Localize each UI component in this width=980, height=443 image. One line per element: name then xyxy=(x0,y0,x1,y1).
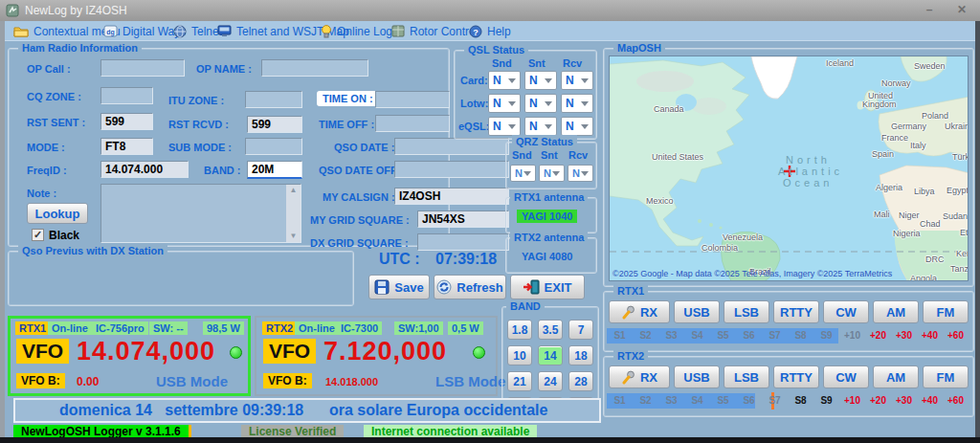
op-call-input[interactable] xyxy=(100,59,185,77)
time-on-input[interactable] xyxy=(375,91,450,108)
save-button[interactable]: Save xyxy=(368,275,430,299)
rtx2-s-meter-scale: S1S2S3S4S5S6S7S8S9+10+20+30+40+60 xyxy=(607,393,969,409)
band-input[interactable]: 20M xyxy=(247,161,302,179)
note-textarea[interactable]: ▲ ▼ xyxy=(100,184,301,243)
rst-rcvd-input[interactable]: 599 xyxy=(247,116,302,133)
refresh-button[interactable]: Refresh xyxy=(434,275,506,299)
rtx2-mode-text: LSB Mode xyxy=(435,373,505,389)
qsl-card-rcv-select[interactable]: N xyxy=(561,71,593,90)
menu-online-logs[interactable]: Online Logs xyxy=(321,23,398,39)
op-name-input[interactable] xyxy=(261,59,368,77)
dx-grid-input[interactable] xyxy=(417,233,509,251)
scroll-down-icon[interactable]: ▼ xyxy=(290,231,298,242)
lookup-button[interactable]: Lookup xyxy=(27,203,88,224)
note-scrollbar[interactable]: ▲ ▼ xyxy=(286,185,301,242)
band-button-3-5[interactable]: 3.5 xyxy=(538,320,563,340)
exit-door-icon xyxy=(523,279,540,295)
qsl-eqsl-snt-select[interactable]: N xyxy=(524,117,557,136)
chevron-down-icon xyxy=(523,171,531,176)
my-calsign-input[interactable]: IZ4OSH xyxy=(394,188,509,205)
chevron-down-icon xyxy=(508,78,516,83)
qrz-rcv-select[interactable]: N xyxy=(568,165,593,182)
my-calsign-label: MY CALSIGN : xyxy=(323,191,395,203)
group-title: RTX2 xyxy=(613,349,648,363)
time-off-input[interactable] xyxy=(375,115,450,132)
rtx1-am-button[interactable]: AM xyxy=(873,300,919,323)
chevron-down-icon xyxy=(545,124,552,129)
band-button-24[interactable]: 24 xyxy=(538,371,563,391)
exit-label: EXIT xyxy=(545,280,572,295)
op-call-label: OP Call : xyxy=(27,63,71,75)
my-grid-input[interactable]: JN54XS xyxy=(417,210,509,228)
menu-rotor-control[interactable]: Rotor Control xyxy=(391,23,478,39)
rtx1-rx-button[interactable]: RX xyxy=(609,300,670,323)
band-button-28[interactable]: 28 xyxy=(568,371,593,391)
close-button[interactable]: ✕ xyxy=(949,2,974,18)
rtx1-usb-button[interactable]: USB xyxy=(674,300,720,323)
combo-value: N xyxy=(493,74,501,87)
qsl-eqsl-snd-select[interactable]: N xyxy=(488,117,521,136)
combo-value: N xyxy=(529,74,538,87)
rtx1-frequency: 14.074,000 xyxy=(77,337,215,366)
black-checkbox[interactable]: ✓ xyxy=(32,229,44,241)
band-button-1-8[interactable]: 1.8 xyxy=(507,320,532,340)
scroll-up-icon[interactable]: ▲ xyxy=(290,185,298,196)
rtx2-am-button[interactable]: AM xyxy=(873,365,919,388)
combo-value: N xyxy=(566,74,574,87)
band-button-18[interactable]: 18 xyxy=(568,345,593,365)
map-label: Angola xyxy=(910,274,937,281)
exit-button[interactable]: EXIT xyxy=(510,275,585,299)
map-label: Norway xyxy=(881,78,911,88)
refresh-label: Refresh xyxy=(457,280,502,295)
map-label: Poland xyxy=(922,111,948,121)
lamp-icon xyxy=(321,25,332,38)
map-label: Colombia xyxy=(702,243,738,253)
rtx1-fm-button[interactable]: FM xyxy=(923,300,969,323)
rtx2-cw-button[interactable]: CW xyxy=(823,365,869,388)
band-button-21[interactable]: 21 xyxy=(507,371,532,391)
qsl-card-snt-select[interactable]: N xyxy=(524,71,557,90)
rtx2-lsb-button[interactable]: LSB xyxy=(724,365,769,388)
rtx2-fm-button[interactable]: FM xyxy=(923,365,969,388)
group-title: Ham Radio Information xyxy=(18,41,142,55)
menu-help[interactable]: ? Help xyxy=(469,23,511,39)
rtx1-rtty-button[interactable]: RTTY xyxy=(773,300,819,323)
qso-date-input[interactable] xyxy=(394,138,509,155)
rtx2-usb-button[interactable]: USB xyxy=(674,365,720,388)
rst-sent-input[interactable]: 599 xyxy=(100,113,153,130)
rx-label: RX xyxy=(640,370,657,385)
rtx1-lsb-button[interactable]: LSB xyxy=(724,300,769,323)
menu-telnet[interactable]: Telnet xyxy=(173,23,222,39)
minimize-button[interactable]: – xyxy=(917,2,942,18)
itu-zone-input[interactable] xyxy=(245,91,302,108)
rtx1-mode-text: USB Mode xyxy=(156,373,228,389)
combo-value: N xyxy=(515,167,523,179)
sub-mode-input[interactable] xyxy=(245,138,302,155)
cq-zone-input[interactable] xyxy=(100,87,153,104)
qsl-eqsl-rcv-select[interactable]: N xyxy=(561,117,593,136)
qrz-snd-select[interactable]: N xyxy=(510,165,536,182)
qsl-card-snd-select[interactable]: N xyxy=(488,71,521,90)
mode-input[interactable]: FT8 xyxy=(100,138,153,155)
group-title: QSL Status xyxy=(464,43,528,56)
qrz-snt-select[interactable]: N xyxy=(539,165,565,182)
qsl-lotw-snd-select[interactable]: N xyxy=(488,94,521,113)
black-checkbox-label: Black xyxy=(49,229,79,242)
band-button-7[interactable]: 7 xyxy=(568,320,593,340)
band-button-10[interactable]: 10 xyxy=(507,345,532,365)
rtx2-s-meter: S1S2S3S4S5S6S7S8S9+10+20+30+40+60 xyxy=(607,393,969,409)
rtx2-rtty-button[interactable]: RTTY xyxy=(773,365,819,388)
qsl-lotw-snt-select[interactable]: N xyxy=(524,94,557,113)
band-label: BAND : xyxy=(204,165,241,176)
band-button-14[interactable]: 14 xyxy=(538,345,563,365)
rtx2-rx-button[interactable]: RX xyxy=(609,365,670,388)
map-label: Spain xyxy=(872,149,894,159)
rtx1-cw-button[interactable]: CW xyxy=(823,300,869,323)
qso-date-off-input[interactable] xyxy=(394,161,509,178)
qsl-col-snt: Snt xyxy=(528,57,546,69)
qsl-lotw-rcv-select[interactable]: N xyxy=(561,94,593,113)
cq-zone-label: CQ ZONE : xyxy=(27,91,81,102)
digital-ways-icon: dg xyxy=(103,25,118,37)
freqid-input[interactable]: 14.074.000 xyxy=(100,161,189,178)
world-map[interactable]: Iceland Sweden Norway Canada United King… xyxy=(609,55,969,281)
